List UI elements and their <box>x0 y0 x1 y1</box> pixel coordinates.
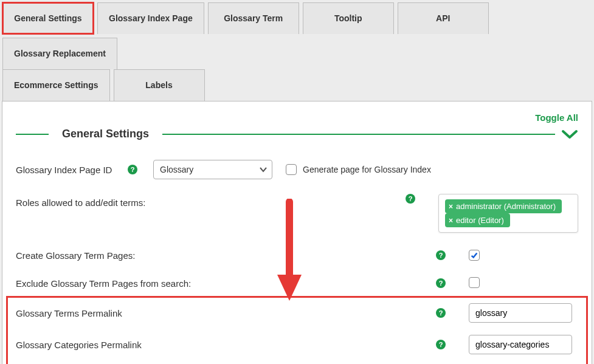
row-create-pages: Create Glossary Term Pages: ? <box>16 241 578 269</box>
tab-glossary-index-page[interactable]: Glossary Index Page <box>97 2 204 34</box>
row-categories-permalink: Glossary Categories Permalink ? <box>16 329 578 360</box>
help-icon[interactable]: ? <box>436 340 446 349</box>
generate-page-group: Generate page for Glossary Index <box>286 164 431 175</box>
tab-glossary-replacement[interactable]: Glossary Replacement <box>2 38 117 69</box>
section-title: General Settings <box>49 128 162 140</box>
checkbox-generate-page[interactable] <box>286 164 297 175</box>
row-tags-permalink: Glossary Tags Permalink ? <box>16 360 578 364</box>
input-categories-permalink[interactable] <box>469 335 572 354</box>
row-roles: Roles allowed to add/edit terms: ? × adm… <box>16 185 578 241</box>
tabs-container: General Settings Glossary Index Page Glo… <box>0 0 594 101</box>
tag-remove-icon[interactable]: × <box>449 202 453 211</box>
label-create-pages: Create Glossary Term Pages: <box>16 250 271 261</box>
label-roles: Roles allowed to add/edit terms: <box>16 194 162 208</box>
label-generate-page: Generate page for Glossary Index <box>303 165 431 174</box>
row-index-page: Glossary Index Page ID ? Glossary Genera… <box>16 154 578 185</box>
toggle-all-row: Toggle All <box>16 112 578 123</box>
label-terms-permalink: Glossary Terms Permalink <box>16 308 271 318</box>
help-icon[interactable]: ? <box>436 250 446 260</box>
tab-ecommerce-settings[interactable]: Ecommerce Settings <box>2 69 110 101</box>
checkbox-exclude-search[interactable] <box>469 277 480 288</box>
content-panel: Toggle All General Settings Glossary Ind… <box>2 101 592 364</box>
tab-general-settings[interactable]: General Settings <box>2 2 94 34</box>
section-header: General Settings <box>16 128 578 140</box>
tab-api[interactable]: API <box>398 2 489 34</box>
label-exclude-search: Exclude Glossary Term Pages from search: <box>16 278 271 289</box>
label-categories-permalink: Glossary Categories Permalink <box>16 340 271 350</box>
tab-glossary-term[interactable]: Glossary Term <box>208 2 299 34</box>
tabs-row-2: Ecommerce Settings Labels <box>2 69 592 101</box>
help-icon[interactable]: ? <box>128 165 137 174</box>
tab-tooltip[interactable]: Tooltip <box>303 2 394 34</box>
row-exclude-search: Exclude Glossary Term Pages from search:… <box>16 269 578 297</box>
row-terms-permalink: Glossary Terms Permalink ? <box>16 297 578 329</box>
tag-editor: × editor (Editor) <box>445 213 510 227</box>
section-divider-left <box>16 134 49 135</box>
input-terms-permalink[interactable] <box>469 303 572 323</box>
tag-remove-icon[interactable]: × <box>449 216 453 225</box>
section-divider-right <box>162 134 555 135</box>
select-index-page-wrap: Glossary <box>153 160 272 179</box>
toggle-all-link[interactable]: Toggle All <box>535 112 578 123</box>
roles-tag-input[interactable]: × administrator (Administrator) × editor… <box>438 194 578 233</box>
help-icon[interactable]: ? <box>436 278 446 288</box>
help-icon[interactable]: ? <box>436 308 446 318</box>
tabs-row-1: General Settings Glossary Index Page Glo… <box>2 2 592 69</box>
checkbox-create-pages[interactable] <box>469 250 480 261</box>
tab-labels[interactable]: Labels <box>114 69 205 101</box>
label-index-page: Glossary Index Page ID <box>16 165 125 175</box>
select-index-page[interactable]: Glossary <box>153 160 272 179</box>
help-icon[interactable]: ? <box>406 194 415 204</box>
chevron-down-icon[interactable] <box>561 128 578 140</box>
tag-administrator: × administrator (Administrator) <box>445 199 562 213</box>
